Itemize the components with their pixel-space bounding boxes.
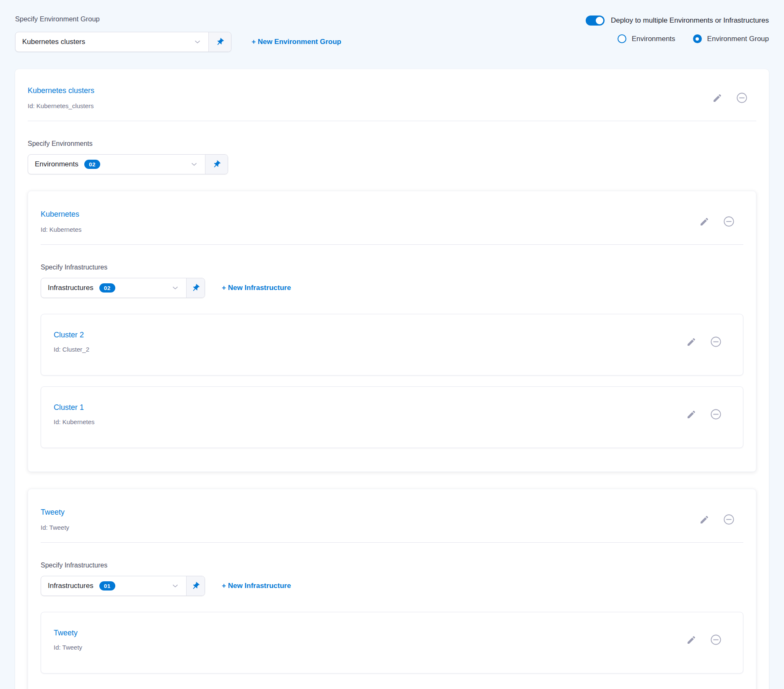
infrastructure-card: Cluster 1 Id: Kubernetes (41, 386, 743, 448)
infrastructures-count-badge: 02 (99, 283, 115, 293)
minus-circle-icon (710, 408, 722, 420)
environment-group-select[interactable]: Kubernetes clusters (15, 32, 231, 52)
infrastructures-select-value-area[interactable]: Infrastructures 01 (41, 576, 186, 596)
infrastructures-select[interactable]: Infrastructures 02 (41, 278, 205, 298)
new-infrastructure-link[interactable]: + New Infrastructure (222, 582, 291, 590)
radio-environments[interactable]: Environments (618, 34, 675, 43)
group-card-actions (712, 92, 756, 104)
infrastructure-card-header: Cluster 2 Id: Cluster_2 (54, 314, 730, 353)
pencil-icon (699, 217, 709, 227)
infrastructures-select-value-area[interactable]: Infrastructures 02 (41, 278, 186, 298)
minus-circle-icon (723, 215, 735, 228)
environment-id: Id: Tweety (41, 523, 69, 531)
infrastructure-card-header: Tweety Id: Tweety (54, 612, 730, 651)
deploy-options: Deploy to multiple Environments or Infra… (586, 14, 769, 52)
radio-environment-group-circle-icon (693, 34, 702, 43)
environment-remove-button[interactable] (723, 215, 735, 228)
pin-button[interactable] (186, 576, 205, 596)
environment-group-card: Kubernetes clusters Id: Kubernetes_clust… (15, 69, 769, 689)
radio-environments-label: Environments (632, 35, 675, 43)
pencil-icon (712, 93, 722, 103)
pencil-icon (686, 337, 696, 347)
infrastructure-card-heading: Tweety Id: Tweety (54, 628, 82, 651)
chevron-down-icon (171, 284, 179, 292)
specify-environments-label: Specify Environments (28, 140, 756, 148)
infrastructure-remove-button[interactable] (710, 634, 722, 646)
environment-group-label: Specify Environment Group (15, 14, 341, 24)
infrastructure-edit-button[interactable] (686, 409, 696, 420)
infrastructure-remove-button[interactable] (710, 336, 722, 348)
environment-card-header: Kubernetes Id: Kubernetes (41, 191, 743, 233)
pin-icon (214, 36, 226, 48)
deploy-multiple-toggle-label: Deploy to multiple Environments or Infra… (611, 16, 769, 25)
specify-infrastructures-label: Specify Infrastructures (41, 561, 743, 570)
group-remove-button[interactable] (736, 92, 748, 104)
infrastructure-remove-button[interactable] (710, 408, 722, 420)
scope-radio-group: Environments Environment Group (586, 34, 769, 43)
environments-select-value: Environments (35, 160, 78, 168)
infrastructure-id: Id: Cluster_2 (54, 345, 89, 353)
chevron-down-icon (193, 38, 202, 46)
minus-circle-icon (710, 634, 722, 646)
new-infrastructure-link[interactable]: + New Infrastructure (222, 284, 291, 292)
group-header-divider (28, 121, 756, 121)
environments-select-value-area[interactable]: Environments 02 (28, 155, 205, 174)
pin-button[interactable] (186, 278, 205, 298)
infrastructure-card-actions (686, 408, 730, 420)
pencil-icon (699, 515, 709, 525)
pencil-icon (686, 635, 696, 645)
radio-environment-group[interactable]: Environment Group (693, 34, 769, 43)
radio-environments-circle-icon (618, 34, 626, 43)
infrastructure-title-link[interactable]: Cluster 1 (54, 403, 95, 412)
environment-edit-button[interactable] (699, 217, 709, 227)
specify-infrastructures-label: Specify Infrastructures (41, 263, 743, 272)
infrastructure-edit-button[interactable] (686, 635, 696, 645)
toggle-knob (596, 17, 603, 24)
deploy-multiple-toggle-row: Deploy to multiple Environments or Infra… (586, 16, 769, 26)
top-bar: Specify Environment Group Kubernetes clu… (0, 0, 784, 52)
environments-select[interactable]: Environments 02 (28, 154, 228, 174)
group-title-link[interactable]: Kubernetes clusters (28, 86, 94, 96)
environment-card-actions (699, 513, 743, 526)
group-card-header: Kubernetes clusters Id: Kubernetes_clust… (28, 69, 756, 110)
infrastructure-card-actions (686, 634, 730, 646)
environment-header-divider (41, 542, 743, 543)
infrastructures-select-value: Infrastructures (48, 582, 93, 590)
environment-group-select-value: Kubernetes clusters (22, 38, 85, 46)
infrastructure-card-actions (686, 336, 730, 348)
minus-circle-icon (736, 92, 748, 104)
environment-title-link[interactable]: Tweety (41, 508, 69, 517)
infrastructure-edit-button[interactable] (686, 337, 696, 347)
infrastructure-card-heading: Cluster 2 Id: Cluster_2 (54, 330, 89, 353)
chevron-down-icon (171, 582, 179, 590)
pin-icon (190, 580, 202, 592)
infrastructure-card: Cluster 2 Id: Cluster_2 (41, 314, 743, 376)
infrastructure-title-link[interactable]: Tweety (54, 628, 82, 638)
environment-id: Id: Kubernetes (41, 225, 82, 233)
radio-environment-group-label: Environment Group (707, 35, 769, 43)
infrastructures-count-badge: 01 (99, 581, 115, 591)
environment-edit-button[interactable] (699, 515, 709, 525)
environment-card-heading: Kubernetes Id: Kubernetes (41, 210, 82, 233)
pin-button[interactable] (205, 155, 228, 174)
group-edit-button[interactable] (712, 93, 722, 103)
infrastructure-card-header: Cluster 1 Id: Kubernetes (54, 387, 730, 426)
infrastructure-id: Id: Tweety (54, 643, 82, 651)
environment-remove-button[interactable] (723, 513, 735, 526)
deploy-multiple-toggle[interactable] (586, 16, 605, 26)
pin-icon (190, 282, 202, 294)
infrastructure-title-link[interactable]: Cluster 2 (54, 330, 89, 340)
infrastructure-id: Id: Kubernetes (54, 418, 95, 426)
pin-button[interactable] (208, 32, 231, 52)
group-id: Id: Kubernetes_clusters (28, 102, 94, 110)
environments-count-badge: 02 (84, 160, 100, 169)
infrastructures-select-value: Infrastructures (48, 284, 93, 292)
infrastructure-card: Tweety Id: Tweety (41, 612, 743, 673)
pin-icon (210, 158, 223, 171)
environment-group-select-value-area[interactable]: Kubernetes clusters (16, 32, 208, 52)
chevron-down-icon (190, 160, 198, 168)
new-environment-group-link[interactable]: + New Environment Group (252, 38, 341, 46)
pencil-icon (686, 409, 696, 420)
infrastructures-select[interactable]: Infrastructures 01 (41, 576, 205, 596)
environment-title-link[interactable]: Kubernetes (41, 210, 82, 219)
